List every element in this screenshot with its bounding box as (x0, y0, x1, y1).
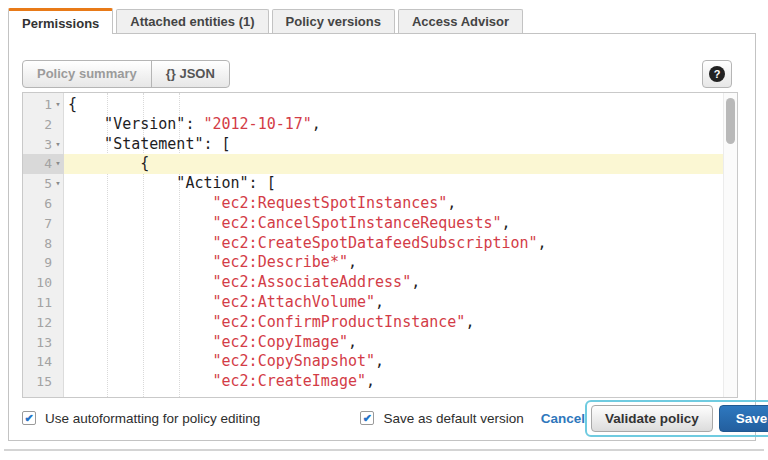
line-number[interactable]: 1▾ (23, 95, 64, 115)
fold-arrow-icon[interactable]: ▾ (52, 95, 64, 115)
line-number-text: 15 (36, 372, 52, 392)
code-text[interactable]: { (64, 154, 737, 174)
line-number[interactable]: 4▾ (23, 154, 64, 174)
policy-json-editor[interactable]: 1▾{2 "Version": "2012-10-17",3▾ "Stateme… (22, 92, 738, 398)
line-number-text: 5 (44, 174, 52, 194)
checkmark-icon: ✔ (363, 412, 372, 424)
code-text[interactable]: "ec2:Describe*", (64, 253, 737, 273)
code-text[interactable]: "Action": [ (64, 174, 737, 194)
code-line[interactable]: 2 "Version": "2012-10-17", (23, 115, 737, 135)
code-text[interactable]: "Statement": [ (64, 135, 737, 155)
autoformat-checkbox[interactable]: ✔ (22, 411, 36, 425)
line-number-text: 1 (44, 95, 52, 115)
line-number[interactable]: 12 (23, 313, 64, 333)
code-text[interactable]: "ec2:CreateImage", (64, 372, 737, 392)
line-number-text: 9 (44, 253, 52, 273)
line-number[interactable]: 5▾ (23, 174, 64, 194)
tab-policy-versions[interactable]: Policy versions (272, 9, 395, 33)
checkmark-icon: ✔ (24, 412, 33, 424)
editor-footer: ✔ Use autoformatting for policy editing … (22, 398, 750, 438)
cancel-link[interactable]: Cancel (541, 411, 585, 426)
code-text[interactable]: { (64, 95, 737, 115)
json-button[interactable]: {} JSON (152, 61, 229, 87)
tab-access-advisor[interactable]: Access Advisor (398, 9, 523, 33)
line-number[interactable]: 3▾ (23, 135, 64, 155)
code-text[interactable]: "ec2:CreateSpotDatafeedSubscription", (64, 234, 737, 254)
code-line[interactable]: 12 "ec2:ConfirmProductInstance", (23, 313, 737, 333)
code-text[interactable]: "ec2:CopySnapshot", (64, 352, 737, 372)
line-number-text: 7 (44, 214, 52, 234)
line-number-text: 13 (36, 333, 52, 353)
code-text[interactable]: "ec2:AssociateAddress", (64, 273, 737, 293)
view-mode-toggle: Policy summary {} JSON (22, 60, 230, 88)
code-line[interactable]: 3▾ "Statement": [ (23, 135, 737, 155)
code-line[interactable]: 7 "ec2:CancelSpotInstanceRequests", (23, 214, 737, 234)
code-line[interactable]: 9 "ec2:Describe*", (23, 253, 737, 273)
code-line[interactable]: 8 "ec2:CreateSpotDatafeedSubscription", (23, 234, 737, 254)
policy-summary-button[interactable]: Policy summary (23, 61, 152, 87)
code-text[interactable]: "ec2:CopyImage", (64, 333, 737, 353)
line-number[interactable]: 11 (23, 293, 64, 313)
code-line[interactable]: 13 "ec2:CopyImage", (23, 333, 737, 353)
code-line[interactable]: 5▾ "Action": [ (23, 174, 737, 194)
tab-bar: Permissions Attached entities (1) Policy… (8, 8, 526, 34)
tab-permissions[interactable]: Permissions (8, 8, 113, 34)
line-number-text: 4 (44, 154, 52, 174)
code-line[interactable]: 6 "ec2:RequestSpotInstances", (23, 194, 737, 214)
line-number-text: 6 (44, 194, 52, 214)
line-number-text: 2 (44, 115, 52, 135)
line-number[interactable]: 14 (23, 352, 64, 372)
line-number-text: 12 (36, 313, 52, 333)
line-number[interactable]: 7 (23, 214, 64, 234)
line-number-text: 8 (44, 234, 52, 254)
default-version-checkbox[interactable]: ✔ (360, 411, 374, 425)
code-line[interactable]: 10 "ec2:AssociateAddress", (23, 273, 737, 293)
fold-arrow-icon[interactable]: ▾ (52, 135, 64, 155)
line-number[interactable]: 9 (23, 253, 64, 273)
validate-policy-button[interactable]: Validate policy (591, 405, 713, 432)
code-text[interactable]: "Version": "2012-10-17", (64, 115, 737, 135)
default-version-label: Save as default version (383, 411, 523, 426)
code-line[interactable]: 15 "ec2:CreateImage", (23, 372, 737, 392)
line-number-text: 10 (36, 273, 52, 293)
code-line[interactable]: 14 "ec2:CopySnapshot", (23, 352, 737, 372)
code-line[interactable]: 11 "ec2:AttachVolume", (23, 293, 737, 313)
bottom-divider (4, 449, 764, 451)
code-line[interactable]: 4▾ { (23, 154, 737, 174)
line-number[interactable]: 6 (23, 194, 64, 214)
code-lines: 1▾{2 "Version": "2012-10-17",3▾ "Stateme… (23, 95, 737, 392)
code-text[interactable]: "ec2:AttachVolume", (64, 293, 737, 313)
code-text[interactable]: "ec2:RequestSpotInstances", (64, 194, 737, 214)
tab-attached-entities[interactable]: Attached entities (1) (116, 9, 268, 33)
line-number[interactable]: 2 (23, 115, 64, 135)
autoformat-label: Use autoformatting for policy editing (45, 411, 260, 426)
line-number-text: 14 (36, 352, 52, 372)
code-text[interactable]: "ec2:CancelSpotInstanceRequests", (64, 214, 737, 234)
code-text[interactable]: "ec2:ConfirmProductInstance", (64, 313, 737, 333)
help-button[interactable]: ? (702, 60, 732, 88)
editor-scrollbar[interactable] (723, 93, 737, 397)
line-number[interactable]: 15 (23, 372, 64, 392)
fold-arrow-icon[interactable]: ▾ (52, 154, 64, 174)
line-number-text: 3 (44, 135, 52, 155)
line-number[interactable]: 13 (23, 333, 64, 353)
save-button[interactable]: Save (719, 405, 768, 432)
action-button-group: Validate policy Save (585, 400, 768, 437)
question-mark-icon: ? (709, 66, 725, 82)
fold-arrow-icon[interactable]: ▾ (52, 174, 64, 194)
line-number[interactable]: 8 (23, 234, 64, 254)
permissions-panel: Policy summary {} JSON ? 1▾{2 "Version":… (8, 33, 756, 441)
line-number-text: 11 (36, 293, 52, 313)
scrollbar-thumb[interactable] (726, 98, 735, 144)
code-line[interactable]: 1▾{ (23, 95, 737, 115)
line-number[interactable]: 10 (23, 273, 64, 293)
